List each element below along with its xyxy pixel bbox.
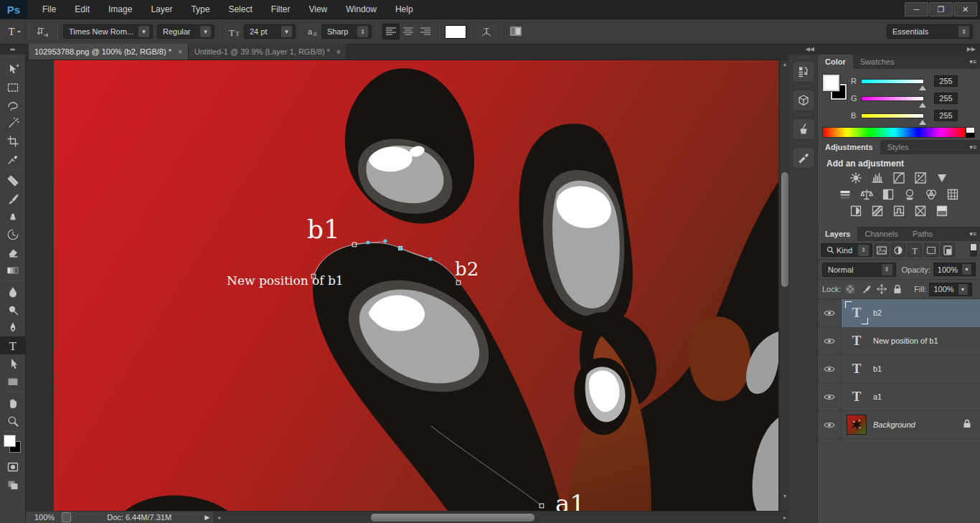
- adjustments-tab-adjustments[interactable]: Adjustments: [818, 140, 880, 154]
- color-lookup-icon[interactable]: [945, 188, 961, 201]
- hollow-anchor-point[interactable]: [456, 281, 461, 285]
- photo-filter-icon[interactable]: [902, 188, 918, 201]
- tab-close-icon[interactable]: ×: [178, 48, 182, 56]
- document-canvas[interactable]: b1New position of b1b2a1: [54, 60, 778, 511]
- horizontal-scrollbar[interactable]: ◂ ▸: [214, 512, 789, 523]
- hollow-anchor-point[interactable]: [540, 504, 544, 508]
- layer-row-3[interactable]: Tb1: [818, 355, 980, 383]
- pen-tool[interactable]: [0, 319, 26, 336]
- text-orientation-icon[interactable]: T: [34, 23, 52, 40]
- layer-row-1[interactable]: Tb2: [818, 299, 980, 327]
- lock-move-button[interactable]: [875, 283, 888, 296]
- lock-all-button[interactable]: [891, 283, 904, 296]
- toolbar-collapse-icon[interactable]: ▸▸: [0, 44, 25, 55]
- layers-tab-layers[interactable]: Layers: [818, 227, 857, 241]
- align-right-button[interactable]: [417, 24, 434, 39]
- menu-layer[interactable]: Layer: [141, 4, 182, 14]
- layer-row-content[interactable]: TNew position of b1: [842, 327, 980, 355]
- handle-anchor-point[interactable]: [383, 239, 387, 242]
- zoom-tool[interactable]: [0, 412, 26, 430]
- path-selection-tool[interactable]: [0, 354, 26, 372]
- align-left-button[interactable]: [382, 24, 400, 39]
- warp-text-icon[interactable]: T: [477, 23, 496, 40]
- fill-input[interactable]: 100%▼: [929, 283, 971, 296]
- layer-visibility-toggle[interactable]: [818, 299, 842, 327]
- curves-icon[interactable]: [891, 171, 907, 184]
- type-tool[interactable]: T: [0, 336, 26, 354]
- expand-dock-icon[interactable]: ◀◀: [789, 44, 817, 55]
- hollow-anchor-point[interactable]: [352, 242, 357, 247]
- collapse-dock-icon[interactable]: ▶▶: [818, 44, 980, 55]
- shape-layer-filter-button[interactable]: [924, 243, 938, 257]
- clone-stamp-tool[interactable]: [0, 207, 26, 225]
- dodge-tool[interactable]: [0, 301, 26, 319]
- color-spectrum-ramp[interactable]: [822, 127, 966, 138]
- font-style-select[interactable]: Regular▼: [157, 24, 215, 39]
- adjustment-layer-filter-button[interactable]: [891, 243, 905, 257]
- close-button[interactable]: ✕: [953, 2, 977, 17]
- color-balance-icon[interactable]: [859, 188, 875, 201]
- crop-tool[interactable]: [0, 132, 26, 150]
- levels-icon[interactable]: [870, 171, 885, 184]
- gradient-map-icon[interactable]: [913, 204, 928, 217]
- channel-slider[interactable]: [861, 113, 924, 118]
- type-layer-filter-button[interactable]: T: [908, 243, 922, 257]
- image-layer-thumbnail[interactable]: [847, 415, 866, 434]
- eyedropper-tool[interactable]: [0, 150, 26, 168]
- blur-tool[interactable]: [0, 283, 26, 301]
- lock-paint-button[interactable]: [859, 283, 872, 296]
- zoom-level[interactable]: 100%: [26, 513, 62, 522]
- foreground-color-swatch[interactable]: [4, 435, 16, 447]
- slider-thumb-icon[interactable]: [919, 120, 926, 125]
- lock-transparent-button[interactable]: [844, 283, 857, 296]
- layers-tab-channels[interactable]: Channels: [857, 227, 905, 241]
- status-flyout-icon[interactable]: ▶: [200, 514, 214, 521]
- opacity-input[interactable]: 100%▼: [933, 263, 976, 276]
- lasso-tool[interactable]: [0, 96, 26, 114]
- exposure-icon[interactable]: [913, 171, 928, 184]
- channel-value-input[interactable]: 255: [934, 110, 958, 121]
- foreground-background-swatches[interactable]: [0, 433, 26, 458]
- layer-row-content[interactable]: Ta1: [842, 383, 980, 411]
- layer-row-content[interactable]: Tb2: [842, 299, 980, 327]
- layer-row-5[interactable]: Background: [818, 411, 980, 439]
- pixel-layer-filter-button[interactable]: [875, 243, 889, 257]
- shape-tool[interactable]: [0, 372, 26, 390]
- scroll-left-icon[interactable]: ◂: [215, 512, 223, 523]
- menu-edit[interactable]: Edit: [65, 4, 99, 14]
- history-brush-tool[interactable]: [0, 225, 26, 243]
- adjustments-tab-styles[interactable]: Styles: [880, 140, 916, 154]
- color-tab-swatches[interactable]: Swatches: [853, 55, 902, 69]
- toggle-panels-icon[interactable]: [507, 23, 525, 40]
- selective-color-icon[interactable]: [934, 204, 950, 217]
- type-layer-thumbnail[interactable]: T: [847, 359, 866, 378]
- vibrance-icon[interactable]: [934, 171, 950, 184]
- slider-thumb-icon[interactable]: [919, 103, 926, 108]
- layer-visibility-toggle[interactable]: [818, 327, 842, 355]
- brush-panel-panel-icon[interactable]: [792, 147, 815, 169]
- channel-mixer-icon[interactable]: [923, 188, 939, 201]
- foreground-color-swatch[interactable]: [823, 75, 839, 91]
- channel-value-input[interactable]: 255: [934, 93, 958, 104]
- panel-menu-icon[interactable]: ▾≡: [969, 55, 980, 69]
- layer-visibility-toggle[interactable]: [818, 383, 842, 411]
- eraser-tool[interactable]: [0, 243, 26, 261]
- gradient-tool[interactable]: [0, 261, 26, 279]
- blend-mode-select[interactable]: Normal⇕: [822, 263, 896, 277]
- font-family-select[interactable]: Times New Rom...▼: [63, 24, 153, 39]
- color-tab-color[interactable]: Color: [818, 55, 853, 69]
- selected-anchor-point[interactable]: [398, 246, 402, 250]
- scroll-right-icon[interactable]: ▸: [781, 512, 789, 523]
- restore-button[interactable]: ❐: [929, 2, 953, 17]
- document-tab-1[interactable]: 102953788.png @ 100% (b2, RGB/8) *×: [29, 44, 189, 60]
- marquee-tool[interactable]: [0, 78, 26, 96]
- hue-saturation-icon[interactable]: [837, 188, 853, 201]
- vertical-scrollbar[interactable]: ▲ ▼: [779, 60, 789, 511]
- anti-alias-select[interactable]: Sharp⇕: [321, 24, 372, 39]
- menu-select[interactable]: Select: [219, 4, 261, 14]
- layer-row-4[interactable]: Ta1: [818, 383, 980, 411]
- type-tool-preset-icon[interactable]: T: [4, 23, 23, 40]
- black-white-icon[interactable]: [880, 188, 896, 201]
- menu-view[interactable]: View: [299, 4, 336, 14]
- font-size-select[interactable]: 24 pt▼: [244, 24, 296, 39]
